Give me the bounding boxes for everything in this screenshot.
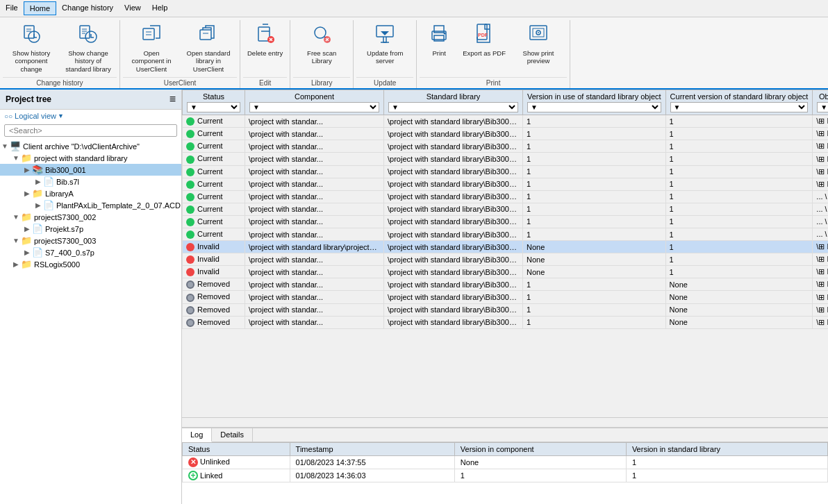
cell-component: \project with standar...	[245, 291, 384, 303]
col-header-version-in-use[interactable]: Version in use of standard library objec…	[523, 90, 666, 115]
ribbon-group-update: Update from server Update	[354, 20, 417, 88]
show-print-preview-button[interactable]: Show print preview	[510, 20, 567, 76]
tree-label: Client archive "D:\vdClientArchive"	[23, 142, 140, 151]
table-row[interactable]: Current \project with standar... \projec…	[183, 140, 829, 153]
table-row[interactable]: Current \project with standar... \projec…	[183, 153, 829, 165]
linked-icon: +	[188, 471, 198, 480]
filter-component[interactable]: ▼	[249, 102, 379, 112]
log-status: ✕ Unlinked	[183, 456, 290, 469]
tree-view-toggle[interactable]: ○○ Logical view ▼	[4, 112, 177, 120]
table-row[interactable]: Current \project with standar... \projec…	[183, 115, 829, 128]
cell-status: Current	[183, 228, 245, 241]
tab-log[interactable]: Log	[182, 428, 212, 442]
cell-component: \project with standar...	[245, 178, 384, 190]
menu-file[interactable]: File	[0, 1, 24, 15]
cell-component: \project with standar...	[245, 303, 384, 316]
log-col-timestamp: Timestamp	[290, 443, 454, 456]
tree-item-projects7300-003[interactable]: ▼📁projectS7300_003	[0, 235, 181, 246]
tree-item-bib300-001[interactable]: ▶📚Bib300_001	[0, 164, 181, 176]
cell-stdlib: \project with standard library\Bib300_00…	[384, 303, 523, 316]
update-from-server-icon	[374, 23, 396, 48]
cell-ver-in-use: None	[523, 266, 666, 278]
tree-item-s7-400[interactable]: ▶📄S7_400_0.s7p	[0, 246, 181, 258]
table-row[interactable]: Current \project with standar... \projec…	[183, 190, 829, 203]
search-input[interactable]	[4, 124, 177, 137]
table-row[interactable]: Invalid \project with standar... \projec…	[183, 266, 829, 278]
cell-current-ver: 1	[665, 153, 813, 165]
tree-expander: ▶	[22, 190, 32, 197]
update-from-server-button[interactable]: Update from server	[356, 20, 413, 76]
cell-object: \⊞ Blocks \⊞ OB86	[813, 128, 828, 140]
table-row[interactable]: Current \project with standar... \projec…	[183, 165, 829, 178]
tree-item-project-std-lib[interactable]: ▼📁project with standard library	[0, 152, 181, 164]
menu-home[interactable]: Home	[24, 1, 56, 15]
export-pdf-icon: PDF	[473, 23, 495, 48]
table-row[interactable]: Current \project with standar... \projec…	[183, 128, 829, 140]
status-dot	[186, 168, 194, 176]
horizontal-scrollbar[interactable]	[182, 417, 828, 427]
cell-ver-in-use: None	[523, 253, 666, 266]
print-button[interactable]: Print	[420, 20, 458, 76]
tree-item-plantpax-template[interactable]: ▶📄PlantPAxLib_Template_2_0_07.ACD	[0, 199, 181, 211]
tree-item-projekt-s7p[interactable]: ▶📄Projekt.s7p	[0, 223, 181, 235]
free-scan-button[interactable]: Free scan Library	[293, 20, 350, 76]
table-row[interactable]: Removed \project with standar... \projec…	[183, 278, 829, 291]
open-component-userclient-button[interactable]: Open component in UserClient	[123, 20, 180, 76]
cell-component: \project with standar...	[245, 266, 384, 278]
table-row[interactable]: Current \project with standar... \projec…	[183, 228, 829, 241]
tree-icon: 📁	[21, 259, 32, 269]
open-standard-library-icon	[197, 23, 220, 48]
table-row[interactable]: Removed \project with standar... \projec…	[183, 303, 829, 316]
filter-current[interactable]: ▼	[670, 102, 809, 112]
filter-status[interactable]: ▼	[187, 102, 240, 112]
tree-label: Projekt.s7p	[45, 225, 83, 233]
tree-item-library-a[interactable]: ▶📁LibraryA	[0, 187, 181, 199]
menu-change-history[interactable]: Change history	[56, 1, 119, 15]
tree-label: project with standard library	[34, 154, 128, 162]
export-pdf-button[interactable]: PDF Export as PDF	[458, 20, 510, 76]
svg-point-20	[315, 27, 326, 38]
table-row[interactable]: Invalid \project with standard library\p…	[183, 241, 829, 253]
log-timestamp: 01/08/2023 14:36:03	[290, 469, 454, 482]
status-dot	[186, 142, 194, 151]
table-row[interactable]: Current \project with standar... \projec…	[183, 203, 829, 215]
ribbon-group-update-label: Update	[356, 77, 413, 88]
show-history-component-button[interactable]: Show history component change	[3, 20, 60, 76]
cell-stdlib: \project with standard library\Bib300_00…	[384, 140, 523, 153]
show-change-history-standard-button[interactable]: Show change history of standard library	[60, 20, 117, 76]
table-row[interactable]: Removed \project with standar... \projec…	[183, 316, 829, 328]
col-header-component[interactable]: Component ▼	[245, 90, 384, 115]
tab-details[interactable]: Details	[212, 428, 253, 442]
show-change-history-standard-label: Show change history of standard library	[64, 49, 113, 73]
col-header-current-version[interactable]: Current version of standard library obje…	[665, 90, 813, 115]
open-standard-library-userclient-button[interactable]: Open standard library in UserClient	[180, 20, 237, 76]
tree-item-bib-s7l[interactable]: ▶📄Bib.s7l	[0, 176, 181, 187]
filter-object[interactable]: ▼	[817, 102, 828, 112]
cell-ver-in-use: 1	[523, 291, 666, 303]
log-version-component: 1	[454, 469, 626, 482]
table-row[interactable]: Current \project with standar... \projec…	[183, 215, 829, 228]
menu-help[interactable]: Help	[147, 1, 174, 15]
table-row[interactable]: Current \project with standar... \projec…	[183, 178, 829, 190]
cell-component: \project with standar...	[245, 253, 384, 266]
tree-expander: ▼	[11, 237, 21, 244]
cell-stdlib: \project with standard library\Bib300_00…	[384, 153, 523, 165]
table-row[interactable]: Removed \project with standar... \projec…	[183, 291, 829, 303]
show-history-component-label: Show history component change	[7, 49, 56, 73]
cell-current-ver: None	[665, 278, 813, 291]
tree-item-client-archive[interactable]: ▼🖥️Client archive "D:\vdClientArchive"	[0, 140, 181, 152]
delete-entry-button[interactable]: Delete entry	[243, 20, 287, 76]
col-header-status[interactable]: Status ▼	[183, 90, 245, 115]
menu-view[interactable]: View	[119, 1, 147, 15]
tree-item-rslogix5000[interactable]: ▶📁RSLogix5000	[0, 258, 181, 270]
filter-verinuse[interactable]: ▼	[527, 102, 661, 112]
cell-current-ver: 1	[665, 266, 813, 278]
cell-current-ver: 1	[665, 190, 813, 203]
table-container: Status ▼ Component ▼ Standard library ▼	[182, 90, 828, 417]
col-header-object-of-component[interactable]: Object of component ▼	[813, 90, 828, 115]
tree-item-projects7300-002[interactable]: ▼📁projectS7300_002	[0, 211, 181, 223]
filter-stdlib[interactable]: ▼	[388, 102, 518, 112]
status-dot	[186, 218, 194, 226]
col-header-standard-library[interactable]: Standard library ▼	[384, 90, 523, 115]
table-row[interactable]: Invalid \project with standar... \projec…	[183, 253, 829, 266]
